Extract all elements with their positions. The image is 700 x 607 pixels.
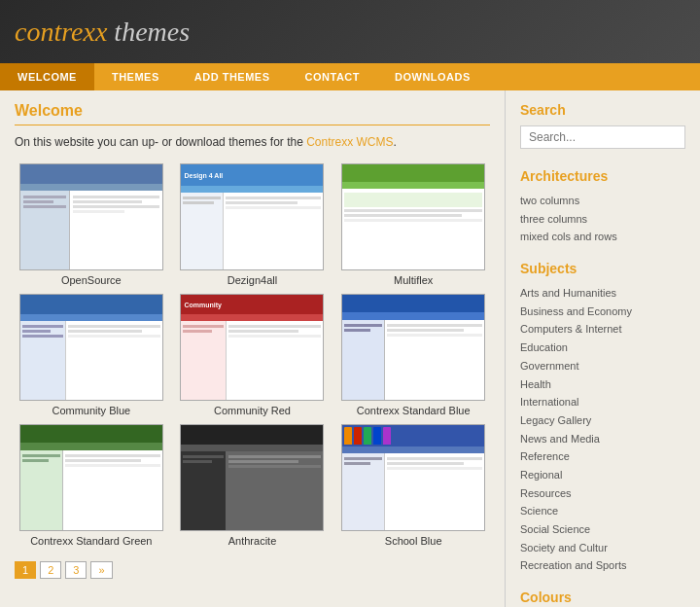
theme-thumbnail-standard-blue[interactable] <box>341 294 485 401</box>
pagination: 1 2 3 » <box>15 556 490 584</box>
subject-reference[interactable]: Reference <box>520 447 685 466</box>
logo-themes: themes <box>107 17 190 47</box>
theme-anthracite: Anthracite <box>176 424 330 547</box>
page-btn-3[interactable]: 3 <box>65 561 87 579</box>
themes-grid: OpenSource Design 4 All <box>15 163 490 547</box>
subject-international[interactable]: International <box>520 393 685 411</box>
subject-news[interactable]: News and Media <box>520 430 685 448</box>
page-btn-2[interactable]: 2 <box>40 561 61 579</box>
nav-item-welcome[interactable]: WELCOME <box>0 63 94 90</box>
theme-thumbnail-community-blue[interactable] <box>19 294 163 401</box>
welcome-text-end: . <box>394 135 397 149</box>
theme-label-standard-blue: Contrexx Standard Blue <box>357 405 471 416</box>
subject-government[interactable]: Government <box>520 357 685 375</box>
theme-school-blue: School Blue <box>336 424 490 547</box>
subject-social[interactable]: Social Science <box>520 520 685 539</box>
nav-item-contact[interactable]: CONTACT <box>288 63 377 90</box>
theme-thumbnail-multiflex[interactable] <box>341 163 485 270</box>
theme-label-anthracite: Anthracite <box>228 535 277 547</box>
theme-label-multiflex: Multiflex <box>394 274 433 286</box>
theme-community-blue: Community Blue <box>15 294 168 416</box>
subject-society[interactable]: Society and Cultur <box>520 539 685 557</box>
search-input[interactable] <box>520 125 685 149</box>
logo: contrexx themes <box>15 17 190 48</box>
theme-community-red: Community <box>176 294 330 416</box>
welcome-text: On this website you can up- or download … <box>15 135 490 149</box>
subject-arts[interactable]: Arts and Humanities <box>520 284 685 303</box>
theme-standard-blue: Contrexx Standard Blue <box>336 294 490 416</box>
welcome-text-start: On this website you can up- or download … <box>15 135 306 149</box>
page-btn-next[interactable]: » <box>90 561 112 579</box>
subject-business[interactable]: Business and Economy <box>520 303 685 321</box>
search-title: Search <box>520 102 685 118</box>
subject-computers[interactable]: Computers & Internet <box>520 320 685 339</box>
theme-multiflex: Multiflex <box>336 163 490 286</box>
page-title: Welcome <box>15 102 490 125</box>
arch-two-columns[interactable]: two columns <box>520 192 685 210</box>
subjects-title: Subjects <box>520 261 685 276</box>
subject-recreation[interactable]: Recreation and Sports <box>520 556 685 575</box>
theme-label-community-blue: Community Blue <box>52 405 130 416</box>
theme-thumbnail-school-blue[interactable] <box>341 424 485 531</box>
wcms-link[interactable]: Contrexx WCMS <box>306 135 393 149</box>
nav-item-add-themes[interactable]: ADD THEMES <box>177 63 288 90</box>
main-nav: WELCOME THEMES ADD THEMES CONTACT DOWNLO… <box>0 63 700 90</box>
content-area: Welcome On this website you can up- or d… <box>0 90 506 607</box>
subject-legacy[interactable]: Legacy Gallery <box>520 411 685 430</box>
nav-item-themes[interactable]: THEMES <box>94 63 177 90</box>
main-wrapper: Welcome On this website you can up- or d… <box>0 90 700 607</box>
subject-regional[interactable]: Regional <box>520 466 685 484</box>
theme-thumbnail-community-red[interactable]: Community <box>180 294 324 401</box>
arch-three-columns[interactable]: three columns <box>520 210 685 229</box>
arch-mixed[interactable]: mixed cols and rows <box>520 228 685 246</box>
theme-label-standard-green: Contrexx Standard Green <box>30 535 152 547</box>
nav-item-downloads[interactable]: DOWNLOADS <box>377 63 488 90</box>
logo-brand: contrexx <box>15 17 107 47</box>
subject-science[interactable]: Science <box>520 502 685 520</box>
theme-dezign4all: Design 4 All <box>176 163 330 286</box>
theme-label-school-blue: School Blue <box>385 535 442 547</box>
theme-thumbnail-anthracite[interactable] <box>180 424 324 531</box>
theme-thumbnail-opensource[interactable] <box>19 163 163 270</box>
theme-label-dezign4all: Dezign4all <box>228 274 277 286</box>
theme-label-opensource: OpenSource <box>61 274 122 286</box>
theme-label-community-red: Community Red <box>214 405 291 416</box>
colours-title: Colours <box>520 589 685 605</box>
architectures-title: Architectures <box>520 168 685 184</box>
theme-thumbnail-standard-green[interactable] <box>19 424 163 531</box>
theme-standard-green: Contrexx Standard Green <box>15 424 168 547</box>
subject-health[interactable]: Health <box>520 375 685 394</box>
subject-resources[interactable]: Resources <box>520 484 685 503</box>
sidebar: Search Architectures two columns three c… <box>506 90 700 607</box>
page-btn-1[interactable]: 1 <box>15 561 36 579</box>
subject-education[interactable]: Education <box>520 339 685 357</box>
theme-thumbnail-dezign4all[interactable]: Design 4 All <box>180 163 324 270</box>
header: contrexx themes <box>0 0 700 63</box>
theme-opensource: OpenSource <box>15 163 168 286</box>
